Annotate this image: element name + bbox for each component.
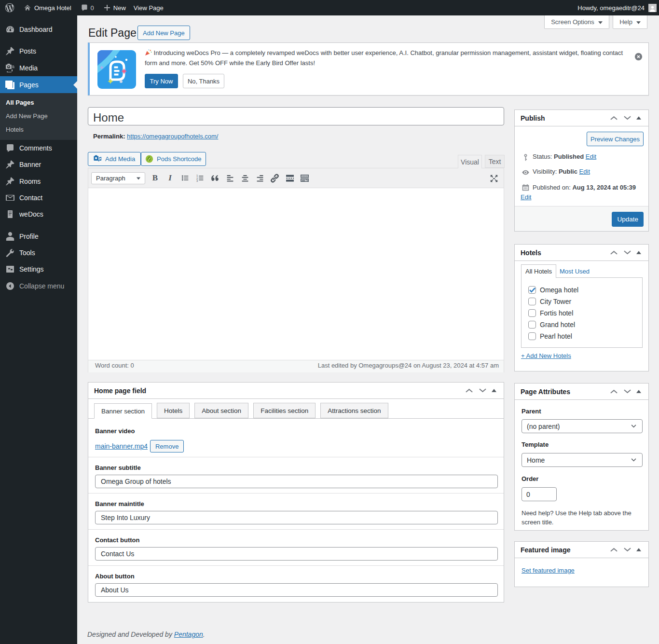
svg-text:3: 3: [196, 179, 198, 182]
